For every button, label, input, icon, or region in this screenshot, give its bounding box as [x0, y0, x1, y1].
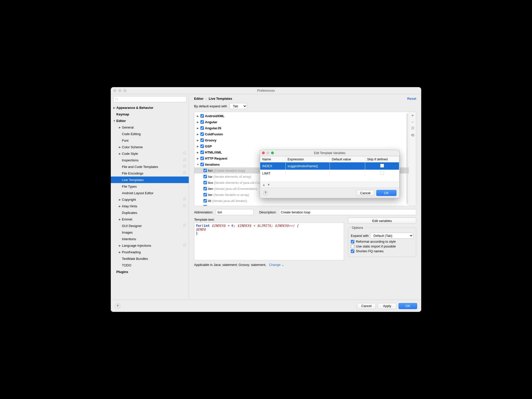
template-text-editor[interactable]: for(int $INDEX$ = 0; $INDEX$ < $LIMIT$; …	[194, 222, 344, 260]
template-item[interactable]: itli (Iterate elements of java.util.List…	[194, 204, 409, 206]
shorten-fq-checkbox[interactable]	[351, 250, 354, 253]
template-group[interactable]: ▶ GSP	[194, 143, 409, 149]
sidebar-item[interactable]: ▶Copyright	[111, 196, 189, 203]
group-checkbox[interactable]	[200, 126, 204, 130]
ok-button[interactable]: OK	[398, 303, 417, 309]
template-checkbox[interactable]	[203, 199, 207, 203]
group-checkbox[interactable]	[200, 132, 204, 136]
sidebar-item[interactable]: Keymap	[111, 111, 189, 117]
template-checkbox[interactable]	[203, 181, 207, 184]
scheme-icon	[183, 171, 186, 176]
template-group[interactable]: ▶ AngularJS	[194, 125, 409, 131]
sidebar-item[interactable]: Android Layout Editor	[111, 190, 189, 196]
template-checkbox[interactable]	[203, 205, 207, 206]
cancel-button[interactable]: Cancel	[357, 303, 376, 309]
sidebar-item[interactable]: ▼Editor	[111, 117, 189, 124]
sidebar-item[interactable]: ▶Appearance & Behavior	[111, 104, 189, 111]
add-icon[interactable]: ＋	[411, 113, 415, 117]
sidebar-item[interactable]: ▶Language Injections	[111, 242, 189, 249]
sidebar-item[interactable]: File Encodings	[111, 170, 189, 177]
skip-checkbox[interactable]	[380, 171, 384, 175]
template-checkbox[interactable]	[203, 193, 207, 196]
sidebar-item[interactable]: GUI Designer	[111, 222, 189, 229]
copy-icon[interactable]	[411, 127, 414, 131]
template-item[interactable]: itit (Iterate java.util.Iterator)	[194, 198, 409, 204]
sidebar-item[interactable]: TextMate Bundles	[111, 255, 189, 262]
scheme-icon	[183, 165, 186, 169]
sidebar-item[interactable]: Font	[111, 137, 189, 144]
edit-variables-dialog: Edit Template Variables Name Expression …	[260, 150, 400, 198]
tree-arrow-icon: ▶	[118, 218, 121, 221]
expand-with-opt-combo[interactable]: Default (Tab)	[370, 233, 413, 239]
sidebar-item[interactable]: ▶General	[111, 124, 189, 131]
template-group[interactable]: ▶ Groovy	[194, 137, 409, 143]
sidebar-item[interactable]: ▶Inlay Hints	[111, 203, 189, 209]
sidebar-item[interactable]: Duplicates	[111, 209, 189, 216]
template-group[interactable]: ▶ ColdFusion	[194, 131, 409, 137]
tree-arrow-icon: ▼	[196, 163, 199, 166]
tree-arrow-icon: ▶	[118, 146, 121, 148]
modal-cancel-button[interactable]: Cancel	[357, 190, 374, 196]
group-checkbox[interactable]	[200, 151, 204, 154]
revert-icon[interactable]: ⟲	[411, 133, 414, 137]
modal-ok-button[interactable]: OK	[376, 190, 396, 196]
template-text-label: Template text:	[194, 218, 344, 221]
col-skip: Skip if defined	[365, 156, 399, 162]
breadcrumb: Editor › Live Templates Reset	[189, 94, 421, 102]
sidebar-item[interactable]: File and Code Templates	[111, 163, 189, 170]
dialog-title: Edit Template Variables	[260, 151, 400, 155]
sidebar-item[interactable]: Code Editing	[111, 131, 189, 137]
sidebar-item[interactable]: ▶Emmet	[111, 216, 189, 222]
tree-arrow-icon: ▶	[118, 198, 121, 201]
titlebar: Preferences	[111, 87, 421, 94]
change-contexts-link[interactable]: Change ⌄	[269, 263, 284, 267]
sidebar-item[interactable]: File Types	[111, 183, 189, 190]
sidebar: ▶Appearance & BehaviorKeymap▼Editor▶Gene…	[111, 94, 189, 300]
template-checkbox[interactable]	[203, 175, 207, 178]
sidebar-item[interactable]: ▶Color Scheme	[111, 144, 189, 150]
abbreviation-field[interactable]	[216, 209, 254, 215]
breadcrumb-root: Editor	[194, 97, 204, 101]
remove-icon[interactable]: －	[411, 120, 415, 124]
group-checkbox[interactable]	[200, 114, 204, 118]
list-toolbar: ＋ － ⟲	[409, 112, 416, 206]
edit-variables-button[interactable]: Edit variables	[348, 218, 416, 224]
sidebar-item[interactable]: ▶Code Style	[111, 150, 189, 157]
template-checkbox[interactable]	[203, 169, 207, 172]
skip-checkbox[interactable]	[380, 164, 384, 167]
group-checkbox[interactable]	[200, 120, 204, 124]
template-checkbox[interactable]	[203, 187, 207, 190]
group-checkbox[interactable]	[200, 138, 204, 142]
description-field[interactable]	[279, 209, 416, 215]
tree-arrow-icon: ▶	[196, 121, 199, 123]
sidebar-item[interactable]: TODO	[111, 262, 189, 268]
sidebar-item[interactable]: Live Templates	[111, 177, 189, 183]
expand-with-combo[interactable]: Tab	[230, 103, 247, 109]
group-checkbox[interactable]	[200, 157, 204, 160]
move-down-icon[interactable]: ▼	[267, 183, 270, 187]
scrollbar[interactable]	[406, 113, 408, 204]
help-button[interactable]: ?	[263, 190, 268, 195]
sidebar-item[interactable]: Inspections	[111, 157, 189, 163]
static-import-checkbox[interactable]	[351, 245, 354, 248]
group-checkbox[interactable]	[200, 144, 204, 148]
group-checkbox[interactable]	[200, 163, 204, 166]
sidebar-item[interactable]: Intentions	[111, 236, 189, 242]
variable-row[interactable]: LIMIT	[260, 170, 399, 177]
variables-table[interactable]: Name Expression Default value Skip if de…	[260, 156, 400, 188]
help-button[interactable]: ?	[115, 303, 120, 309]
sidebar-item[interactable]: ▶Proofreading	[111, 249, 189, 255]
sidebar-item[interactable]: Images	[111, 229, 189, 236]
reset-link[interactable]: Reset	[407, 97, 416, 101]
reformat-checkbox[interactable]	[351, 240, 354, 243]
template-group[interactable]: ▶ Angular	[194, 119, 409, 125]
scheme-icon	[183, 224, 186, 228]
template-group[interactable]: ▶ AndroidXML	[194, 113, 409, 119]
move-up-icon[interactable]: ▲	[262, 183, 265, 187]
variable-row[interactable]: INDEXsuggestIndexName()	[260, 162, 399, 170]
apply-button[interactable]: Apply	[378, 303, 396, 309]
settings-tree[interactable]: ▶Appearance & BehaviorKeymap▼Editor▶Gene…	[111, 104, 189, 300]
sidebar-item[interactable]: Plugins	[111, 268, 189, 275]
search-input[interactable]	[113, 96, 186, 102]
tree-arrow-icon: ▶	[118, 244, 121, 247]
